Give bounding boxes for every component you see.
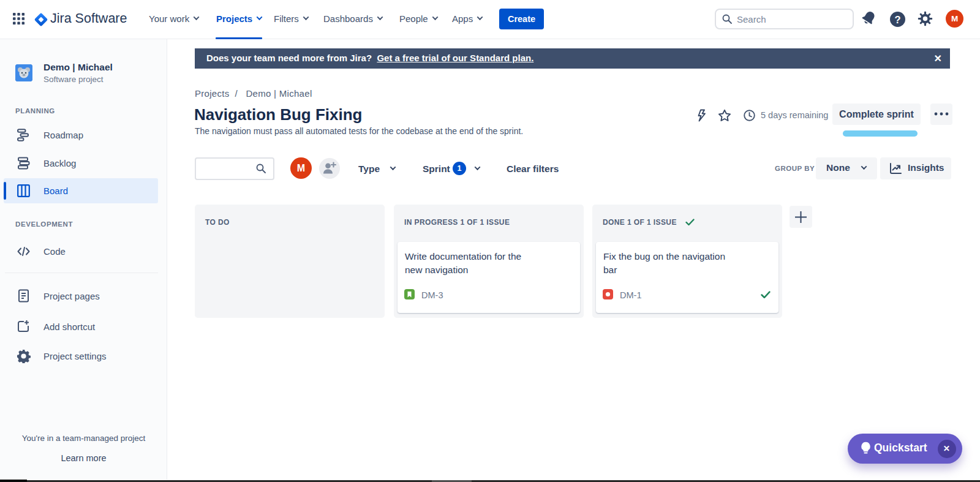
svg-text:?: ? <box>894 14 900 25</box>
